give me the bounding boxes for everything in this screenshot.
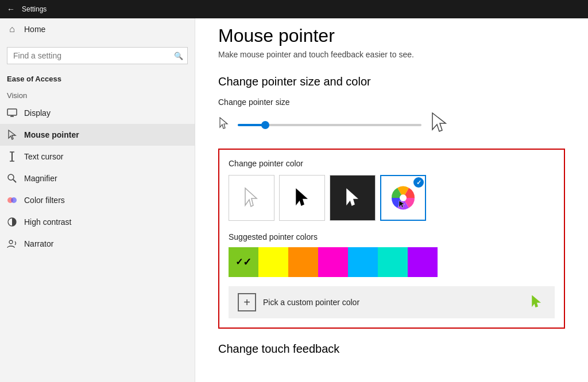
page-subtitle: Make mouse pointer and touch feedback ea… xyxy=(218,50,565,59)
main-content: Mouse pointer Make mouse pointer and tou… xyxy=(195,0,588,382)
pointer-size-slider-row xyxy=(218,112,565,137)
sidebar-item-home[interactable]: ⌂ Home xyxy=(0,18,195,40)
pointer-color-section: Change pointer color xyxy=(218,149,565,329)
color-swatches: ✓ xyxy=(229,247,555,277)
svg-point-13 xyxy=(400,194,407,201)
sidebar-item-high-contrast[interactable]: High contrast xyxy=(0,211,195,233)
sidebar-mouse-pointer-label: Mouse pointer xyxy=(24,130,79,139)
sidebar-item-magnifier[interactable]: Magnifier xyxy=(0,167,195,189)
magnifier-icon xyxy=(7,173,17,184)
plus-icon: + xyxy=(238,293,256,311)
swatch-yellow[interactable] xyxy=(258,247,288,277)
pointer-option-custom[interactable]: ✓ xyxy=(380,175,426,221)
custom-color-label: Pick a custom pointer color xyxy=(263,298,359,307)
pick-custom-color-button[interactable]: + Pick a custom pointer color xyxy=(229,286,555,318)
titlebar-title: Settings xyxy=(22,5,47,13)
page-title: Mouse pointer xyxy=(218,25,565,46)
mouse-pointer-icon xyxy=(7,130,17,140)
pointer-option-white[interactable] xyxy=(229,175,274,221)
search-input[interactable] xyxy=(7,47,188,64)
sidebar-high-contrast-label: High contrast xyxy=(24,217,71,227)
svg-line-7 xyxy=(13,180,16,182)
narrator-icon xyxy=(7,239,17,249)
suggested-colors-label: Suggested pointer colors xyxy=(229,232,555,241)
slider-thumb xyxy=(261,121,269,129)
swatch-purple[interactable] xyxy=(408,247,438,277)
sidebar-magnifier-label: Magnifier xyxy=(24,174,57,183)
swatch-cyan[interactable] xyxy=(348,247,378,277)
touch-feedback-title: Change touch feedback xyxy=(218,342,565,356)
sidebar-narrator-label: Narrator xyxy=(24,239,53,248)
home-icon: ⌂ xyxy=(7,24,17,34)
pointer-options-row: ✓ xyxy=(229,175,555,221)
sidebar-text-cursor-label: Text cursor xyxy=(24,152,63,161)
search-icon: 🔍 xyxy=(174,52,183,60)
swatch-lime[interactable]: ✓ xyxy=(229,247,258,277)
svg-point-9 xyxy=(11,197,17,203)
color-filters-icon xyxy=(7,195,17,205)
high-contrast-icon xyxy=(7,217,17,227)
display-icon xyxy=(7,108,17,118)
sidebar-home-label: Home xyxy=(24,25,45,34)
change-pointer-color-label: Change pointer color xyxy=(229,159,555,168)
cursor-small-icon xyxy=(218,117,229,132)
cursor-preview-icon xyxy=(531,295,541,310)
sidebar-item-narrator[interactable]: Narrator xyxy=(0,233,195,255)
swatch-magenta[interactable] xyxy=(318,247,348,277)
sidebar-item-display[interactable]: Display xyxy=(0,102,195,124)
sidebar-item-text-cursor[interactable]: Text cursor xyxy=(0,146,195,167)
sidebar: ⌂ Home 🔍 Ease of Access Vision Display M… xyxy=(0,0,195,382)
svg-point-6 xyxy=(8,174,14,180)
sidebar-color-filters-label: Color filters xyxy=(24,196,65,205)
swatch-teal[interactable] xyxy=(378,247,408,277)
sidebar-display-label: Display xyxy=(24,108,51,118)
back-button[interactable]: ← xyxy=(7,5,15,14)
pointer-option-black-outline[interactable] xyxy=(279,175,325,221)
cursor-large-icon xyxy=(431,112,447,137)
search-container: 🔍 xyxy=(0,40,195,69)
swatch-orange[interactable] xyxy=(288,247,318,277)
sidebar-item-color-filters[interactable]: Color filters xyxy=(0,189,195,211)
sidebar-category-label: Vision xyxy=(0,87,195,102)
sidebar-item-mouse-pointer[interactable]: Mouse pointer xyxy=(0,124,195,146)
svg-point-11 xyxy=(9,240,13,244)
pointer-size-track[interactable] xyxy=(238,124,421,126)
search-wrapper: 🔍 xyxy=(7,47,188,64)
pointer-size-label: Change pointer size xyxy=(218,98,565,107)
titlebar: ← Settings xyxy=(0,0,588,18)
sidebar-section-label: Ease of Access xyxy=(0,69,195,87)
section1-title: Change pointer size and color xyxy=(218,75,565,88)
svg-rect-0 xyxy=(7,109,17,115)
text-cursor-icon xyxy=(7,151,17,162)
pointer-option-black-bg[interactable] xyxy=(330,175,376,221)
